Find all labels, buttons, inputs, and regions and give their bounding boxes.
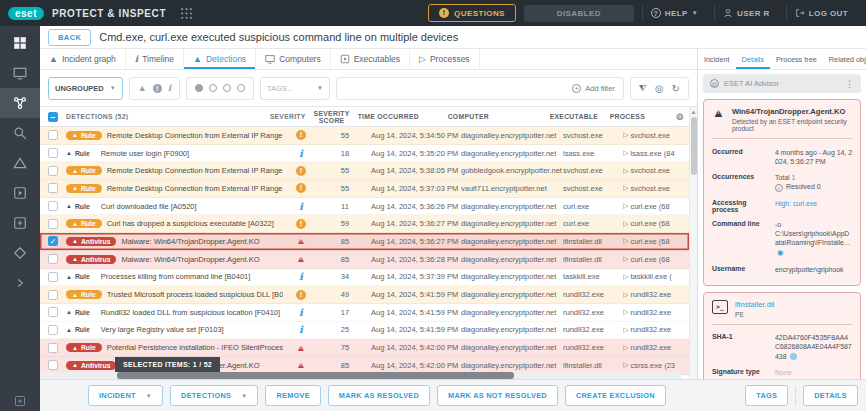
table-row[interactable]: ▲RuleVery large Registry value set [F010…: [40, 322, 689, 340]
funnel-icon[interactable]: ⧨: [639, 83, 647, 94]
sidebar-item-dashboard[interactable]: [0, 28, 40, 58]
table-row[interactable]: ▲RuleCurl downloaded file [A0520]i11Aug …: [40, 198, 689, 216]
sidebar-item-installers[interactable]: [0, 208, 40, 238]
row-checkbox[interactable]: [48, 148, 58, 158]
remove-button[interactable]: REMOVE: [265, 385, 320, 406]
sidebar-expand[interactable]: [0, 268, 40, 298]
collapse-panel-icon[interactable]: [14, 395, 26, 407]
table-row[interactable]: ▲RulePotential Persistence installation …: [40, 339, 689, 357]
show-full-value-eye-icon[interactable]: ◉: [777, 248, 784, 257]
table-row[interactable]: ▲RuleTrusted Microsoft process loaded su…: [40, 286, 689, 304]
tab-executables[interactable]: Executables: [331, 49, 410, 69]
table-row[interactable]: ▲RuleRemote user login [F0900]i18Aug 14,…: [40, 145, 689, 163]
column-header-executable[interactable]: EXECUTABLE: [550, 113, 610, 120]
table-row[interactable]: ▲RuleRemote Desktop Connection from Exte…: [40, 127, 689, 145]
vertical-scrollbar-thumb[interactable]: [691, 117, 697, 175]
questions-button[interactable]: ! QUESTIONS: [428, 4, 516, 22]
vertical-scrollbar[interactable]: ▲: [689, 107, 697, 379]
ai-advisor-button[interactable]: @ ESET AI Advisor ⋮: [703, 74, 861, 93]
tab-process-tree[interactable]: Process tree: [770, 49, 823, 69]
column-header-time-occurred[interactable]: TIME OCCURRED: [358, 113, 448, 120]
grouping-select[interactable]: UNGROUPED ▼: [48, 77, 123, 100]
mark-as-resolved-button[interactable]: MARK AS RESOLVED: [328, 385, 430, 406]
create-exclusion-button[interactable]: CREATE EXCLUSION: [565, 385, 666, 406]
table-row[interactable]: ▲RuleRemote Desktop Connection from Exte…: [40, 162, 689, 180]
tab-incident[interactable]: Incident: [698, 49, 736, 69]
exclamation-icon: !: [439, 8, 449, 18]
status-filter-dot-4[interactable]: [237, 84, 245, 92]
executable-icon: [340, 54, 350, 64]
row-checkbox[interactable]: [48, 343, 58, 353]
status-filter-dot-2[interactable]: [209, 84, 217, 92]
refresh-icon[interactable]: ↻: [672, 83, 680, 94]
row-checkbox[interactable]: [48, 360, 58, 370]
add-filter-field[interactable]: + Add filter: [336, 77, 624, 100]
status-filter-dot-1[interactable]: [195, 84, 203, 92]
back-button[interactable]: BACK: [48, 29, 91, 46]
row-checkbox[interactable]: [48, 130, 58, 140]
mark-as-not-resolved-button[interactable]: MARK AS NOT RESOLVED: [437, 385, 558, 406]
table-row[interactable]: ▲RuleRemote Desktop Connection from Exte…: [40, 180, 689, 198]
row-checkbox[interactable]: [48, 166, 58, 176]
sidebar-item-search[interactable]: [0, 118, 40, 148]
horizontal-scrollbar[interactable]: [40, 372, 681, 379]
severity-warning-filter-icon[interactable]: !: [153, 84, 162, 93]
app-grid-icon[interactable]: [180, 7, 193, 20]
detection-type-badge: ▲Rule: [66, 290, 102, 299]
executable-name: ifinstaller.dll: [563, 237, 623, 246]
tab-details[interactable]: Details: [736, 49, 770, 69]
sidebar-item-executables[interactable]: [0, 178, 40, 208]
row-checkbox[interactable]: [48, 254, 58, 264]
tab-processes[interactable]: ▷Processes: [410, 49, 480, 69]
tab-detections[interactable]: ▲Detections: [184, 49, 256, 69]
severity-critical-filter-icon[interactable]: ▲: [138, 83, 147, 93]
tab-incident-graph[interactable]: ▲Incident graph: [40, 49, 126, 69]
tab-computers[interactable]: Computers: [256, 49, 331, 69]
row-checkbox[interactable]: [48, 183, 58, 193]
scroll-up-icon[interactable]: ▲: [691, 107, 697, 117]
presets-icon[interactable]: ◎: [655, 83, 664, 94]
table-row[interactable]: ▲RuleRundll32 loaded DLL from suspicious…: [40, 304, 689, 322]
column-header-detections[interactable]: DETECTIONS (52): [66, 113, 270, 120]
column-header-severity[interactable]: SEVERITY: [270, 113, 306, 120]
row-checkbox[interactable]: [48, 290, 58, 300]
tags-button[interactable]: TAGS: [745, 385, 788, 406]
help-menu[interactable]: ? HELP ▼: [642, 5, 706, 21]
row-checkbox[interactable]: [48, 325, 58, 335]
badge-triangle-icon: ▲: [72, 168, 78, 174]
kebab-menu-icon[interactable]: ⋮: [845, 79, 854, 89]
table-row[interactable]: ✓▲AntivirusMalware: Win64/TrojanDropper.…: [40, 233, 689, 251]
table-row[interactable]: ▲RuleCurl has dropped a suspicious execu…: [40, 215, 689, 233]
severity-info-filter-icon[interactable]: i: [168, 83, 171, 93]
logout-button[interactable]: LOG OUT: [786, 5, 856, 21]
column-header-severity-score[interactable]: SEVERITY SCORE: [306, 110, 358, 124]
sidebar-item-automation[interactable]: [0, 238, 40, 268]
column-header-computer[interactable]: COMPUTER: [448, 113, 550, 120]
row-checkbox[interactable]: [48, 219, 58, 229]
row-checkbox[interactable]: [48, 307, 58, 317]
reputation-icon[interactable]: [790, 353, 797, 360]
severity-score: 17: [319, 308, 371, 317]
details-button[interactable]: DETAILS: [803, 385, 858, 406]
column-header-process[interactable]: PROCESS: [610, 113, 676, 120]
detections-action-button[interactable]: DETECTIONS▼: [170, 385, 258, 406]
status-filter-dot-3[interactable]: [223, 84, 231, 92]
table-row[interactable]: ▲AntivirusMalware: Win64/TrojanDropper.A…: [40, 251, 689, 269]
sidebar-item-incidents[interactable]: [0, 88, 40, 118]
row-checkbox[interactable]: [48, 201, 58, 211]
sidebar-item-detections[interactable]: [0, 148, 40, 178]
disabled-button[interactable]: DISABLED: [524, 5, 634, 22]
file-name-link[interactable]: ifinstaller.dll: [735, 300, 774, 309]
row-checkbox[interactable]: ✓: [48, 236, 58, 246]
sidebar-item-computers[interactable]: [0, 58, 40, 88]
tab-timeline[interactable]: iTimeline: [126, 49, 184, 69]
incident-action-button[interactable]: INCIDENT▼: [88, 385, 163, 406]
tab-related-objects[interactable]: Related objects: [823, 49, 866, 69]
user-menu[interactable]: USER R: [714, 5, 778, 21]
tags-select[interactable]: TAGS... ▼: [260, 77, 330, 100]
table-settings-gear-icon[interactable]: ⚙: [676, 112, 687, 122]
table-row[interactable]: ▲RuleProcesses killing from command line…: [40, 269, 689, 287]
horizontal-scrollbar-thumb[interactable]: [117, 372, 514, 379]
select-all-checkbox[interactable]: –: [48, 112, 58, 122]
row-checkbox[interactable]: [48, 272, 58, 282]
